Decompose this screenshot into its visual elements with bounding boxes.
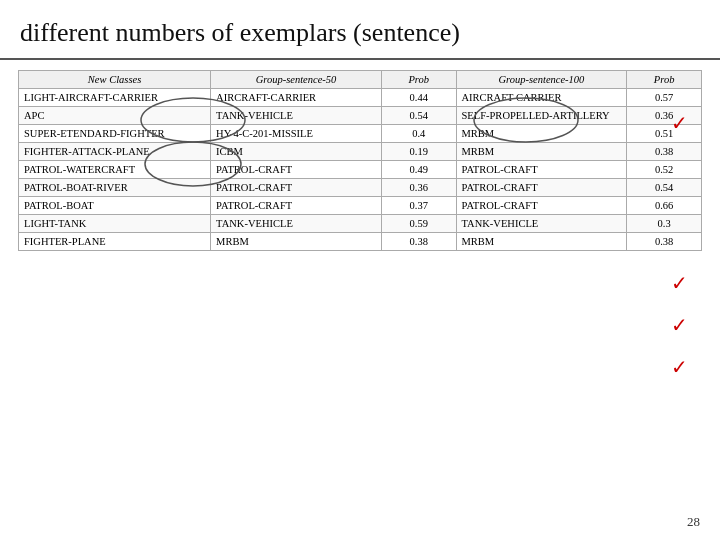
cell-gs100: SELF-PROPELLED-ARTILLERY <box>456 107 627 125</box>
cell-gs50: PATROL-CRAFT <box>211 179 382 197</box>
cell-gs100: MRBM <box>456 125 627 143</box>
cell-prob1: 0.19 <box>381 143 456 161</box>
cell-new-class: APC <box>19 107 211 125</box>
table-row: PATROL-WATERCRAFTPATROL-CRAFT0.49PATROL-… <box>19 161 702 179</box>
results-table: New Classes Group-sentence-50 Prob Group… <box>18 70 702 251</box>
cell-prob1: 0.49 <box>381 161 456 179</box>
table-row: LIGHT-TANKTANK-VEHICLE0.59TANK-VEHICLE0.… <box>19 215 702 233</box>
cell-gs50: TANK-VEHICLE <box>211 107 382 125</box>
table-row: LIGHT-AIRCRAFT-CARRIERAIRCRAFT-CARRIER0.… <box>19 89 702 107</box>
table-header-row: New Classes Group-sentence-50 Prob Group… <box>19 71 702 89</box>
page-number: 28 <box>687 514 700 530</box>
cell-prob1: 0.37 <box>381 197 456 215</box>
cell-prob1: 0.36 <box>381 179 456 197</box>
svg-text:✓: ✓ <box>671 272 688 294</box>
cell-new-class: LIGHT-TANK <box>19 215 211 233</box>
cell-new-class: FIGHTER-PLANE <box>19 233 211 251</box>
cell-gs50: PATROL-CRAFT <box>211 197 382 215</box>
cell-prob2: 0.52 <box>627 161 702 179</box>
cell-prob1: 0.38 <box>381 233 456 251</box>
cell-new-class: FIGHTER-ATTACK-PLANE <box>19 143 211 161</box>
cell-gs50: PATROL-CRAFT <box>211 161 382 179</box>
cell-prob2: 0.38 <box>627 143 702 161</box>
svg-text:✓: ✓ <box>671 356 688 378</box>
cell-prob2: 0.66 <box>627 197 702 215</box>
cell-gs100: AIRCRAFT-CARRIER <box>456 89 627 107</box>
table-row: PATROL-BOAT-RIVERPATROL-CRAFT0.36PATROL-… <box>19 179 702 197</box>
cell-new-class: PATROL-BOAT-RIVER <box>19 179 211 197</box>
cell-prob2: 0.3 <box>627 215 702 233</box>
cell-gs100: PATROL-CRAFT <box>456 197 627 215</box>
table-row: PATROL-BOATPATROL-CRAFT0.37PATROL-CRAFT0… <box>19 197 702 215</box>
cell-prob1: 0.44 <box>381 89 456 107</box>
cell-new-class: SUPER-ETENDARD-FIGHTER <box>19 125 211 143</box>
cell-prob2: 0.38 <box>627 233 702 251</box>
cell-gs100: PATROL-CRAFT <box>456 179 627 197</box>
table-wrapper: New Classes Group-sentence-50 Prob Group… <box>18 70 702 251</box>
col-header-new-classes: New Classes <box>19 71 211 89</box>
col-header-prob1: Prob <box>381 71 456 89</box>
cell-prob2: 0.54 <box>627 179 702 197</box>
cell-gs100: PATROL-CRAFT <box>456 161 627 179</box>
table-row: SUPER-ETENDARD-FIGHTERHY-4-C-201-MISSILE… <box>19 125 702 143</box>
cell-prob2: 0.51 <box>627 125 702 143</box>
cell-new-class: PATROL-WATERCRAFT <box>19 161 211 179</box>
page-title: different numbers of exemplars (sentence… <box>0 0 720 60</box>
cell-gs100: MRBM <box>456 143 627 161</box>
cell-gs50: ICBM <box>211 143 382 161</box>
cell-gs50: AIRCRAFT-CARRIER <box>211 89 382 107</box>
col-header-prob2: Prob <box>627 71 702 89</box>
cell-gs100: MRBM <box>456 233 627 251</box>
cell-prob1: 0.59 <box>381 215 456 233</box>
cell-gs50: TANK-VEHICLE <box>211 215 382 233</box>
cell-gs100: TANK-VEHICLE <box>456 215 627 233</box>
cell-new-class: PATROL-BOAT <box>19 197 211 215</box>
cell-prob1: 0.4 <box>381 125 456 143</box>
table-row: FIGHTER-ATTACK-PLANEICBM0.19MRBM0.38 <box>19 143 702 161</box>
cell-prob2: 0.36 <box>627 107 702 125</box>
col-header-gs50: Group-sentence-50 <box>211 71 382 89</box>
col-header-gs100: Group-sentence-100 <box>456 71 627 89</box>
table-row: APCTANK-VEHICLE0.54SELF-PROPELLED-ARTILL… <box>19 107 702 125</box>
table-row: FIGHTER-PLANEMRBM0.38MRBM0.38 <box>19 233 702 251</box>
svg-text:✓: ✓ <box>671 314 688 336</box>
cell-gs50: HY-4-C-201-MISSILE <box>211 125 382 143</box>
cell-new-class: LIGHT-AIRCRAFT-CARRIER <box>19 89 211 107</box>
cell-prob2: 0.57 <box>627 89 702 107</box>
cell-gs50: MRBM <box>211 233 382 251</box>
cell-prob1: 0.54 <box>381 107 456 125</box>
